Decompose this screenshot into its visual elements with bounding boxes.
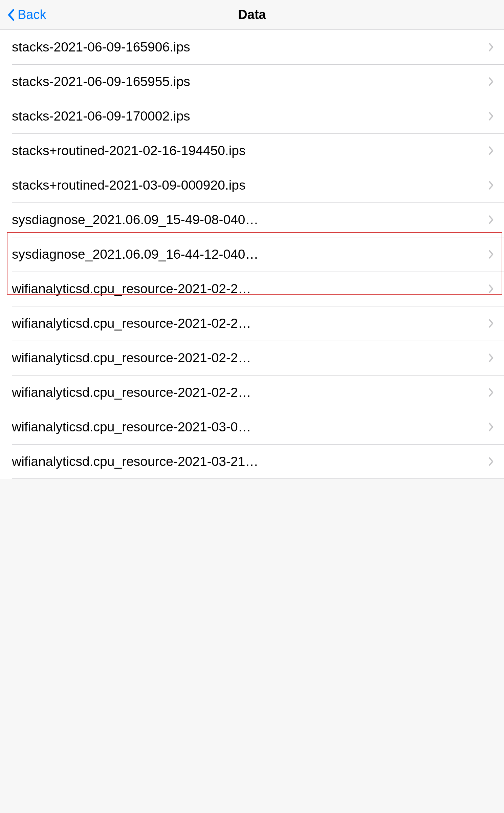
list-item[interactable]: stacks-2021-06-09-165955.ips: [0, 64, 504, 99]
divider: [12, 410, 504, 410]
divider: [12, 375, 504, 376]
list-item[interactable]: wifianalyticsd.cpu_resource-2021-02-2…: [0, 306, 504, 341]
file-name-label: stacks-2021-06-09-170002.ips: [12, 109, 488, 124]
list-item[interactable]: stacks-2021-06-09-170002.ips: [0, 99, 504, 133]
chevron-right-icon: [488, 215, 494, 225]
chevron-right-icon: [488, 249, 494, 259]
file-name-label: wifianalyticsd.cpu_resource-2021-02-2…: [12, 316, 488, 331]
file-list: stacks-2021-06-09-165906.ipsstacks-2021-…: [0, 30, 504, 479]
file-name-label: stacks-2021-06-09-165955.ips: [12, 74, 488, 89]
divider: [12, 237, 504, 237]
file-name-label: wifianalyticsd.cpu_resource-2021-03-0…: [12, 420, 488, 434]
list-item[interactable]: stacks+routined-2021-03-09-000920.ips: [0, 168, 504, 202]
file-name-label: stacks+routined-2021-03-09-000920.ips: [12, 178, 488, 193]
list-item[interactable]: stacks-2021-06-09-165906.ips: [0, 30, 504, 64]
file-name-label: wifianalyticsd.cpu_resource-2021-02-2…: [12, 281, 488, 296]
divider: [12, 133, 504, 134]
list-item[interactable]: stacks+routined-2021-02-16-194450.ips: [0, 133, 504, 168]
chevron-right-icon: [488, 284, 494, 294]
chevron-right-icon: [488, 318, 494, 328]
back-button[interactable]: Back: [7, 7, 46, 22]
file-name-label: wifianalyticsd.cpu_resource-2021-02-2…: [12, 385, 488, 400]
back-label: Back: [18, 7, 46, 22]
chevron-right-icon: [488, 353, 494, 363]
file-name-label: stacks-2021-06-09-165906.ips: [12, 40, 488, 55]
chevron-right-icon: [488, 146, 494, 156]
file-name-label: stacks+routined-2021-02-16-194450.ips: [12, 143, 488, 158]
chevron-right-icon: [488, 387, 494, 398]
list-item[interactable]: wifianalyticsd.cpu_resource-2021-02-2…: [0, 375, 504, 410]
divider: [12, 306, 504, 306]
file-name-label: wifianalyticsd.cpu_resource-2021-03-21…: [12, 454, 488, 469]
divider: [12, 444, 504, 445]
list-item[interactable]: sysdiagnose_2021.06.09_16-44-12-040…: [0, 237, 504, 272]
list-item[interactable]: sysdiagnose_2021.06.09_15-49-08-040…: [0, 202, 504, 237]
divider: [12, 202, 504, 203]
chevron-right-icon: [488, 422, 494, 432]
chevron-right-icon: [488, 42, 494, 52]
nav-bar: Back Data: [0, 0, 504, 30]
chevron-left-icon: [7, 8, 15, 22]
list-item[interactable]: wifianalyticsd.cpu_resource-2021-02-2…: [0, 341, 504, 375]
page-title: Data: [238, 7, 266, 22]
divider: [12, 272, 504, 272]
content-area: stacks-2021-06-09-165906.ipsstacks-2021-…: [0, 30, 504, 479]
file-name-label: wifianalyticsd.cpu_resource-2021-02-2…: [12, 350, 488, 365]
chevron-right-icon: [488, 77, 494, 87]
file-name-label: sysdiagnose_2021.06.09_15-49-08-040…: [12, 212, 488, 227]
chevron-right-icon: [488, 456, 494, 467]
divider: [12, 64, 504, 65]
file-name-label: sysdiagnose_2021.06.09_16-44-12-040…: [12, 247, 488, 262]
divider: [12, 99, 504, 99]
list-item[interactable]: wifianalyticsd.cpu_resource-2021-02-2…: [0, 272, 504, 306]
chevron-right-icon: [488, 111, 494, 121]
divider: [12, 478, 504, 479]
divider: [12, 341, 504, 341]
list-item[interactable]: wifianalyticsd.cpu_resource-2021-03-21…: [0, 444, 504, 479]
divider: [12, 168, 504, 168]
list-item[interactable]: wifianalyticsd.cpu_resource-2021-03-0…: [0, 410, 504, 444]
chevron-right-icon: [488, 180, 494, 190]
